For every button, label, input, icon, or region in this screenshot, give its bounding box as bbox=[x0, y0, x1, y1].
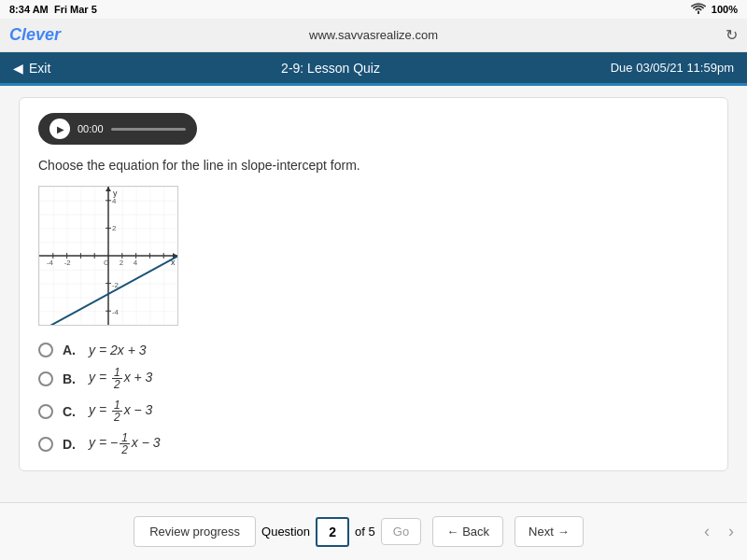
url-bar: www.savvasrealize.com bbox=[309, 28, 438, 42]
quiz-title: 2-9: Lesson Quiz bbox=[281, 61, 380, 76]
question-label: Question bbox=[261, 525, 310, 539]
chevron-right-icon[interactable]: › bbox=[728, 522, 734, 541]
choice-b[interactable]: B. y = 12x + 3 bbox=[38, 367, 709, 390]
choice-d-math: y = −12x − 3 bbox=[89, 432, 161, 455]
graph-container: y x -4 -2 O 2 4 4 2 -2 -4 bbox=[38, 186, 709, 329]
svg-text:4: 4 bbox=[112, 197, 117, 205]
play-button[interactable]: ▶ bbox=[49, 119, 70, 139]
bottom-center: Review progress Question of 5 Go ← Back … bbox=[134, 516, 584, 547]
browser-bar: Clever www.savvasrealize.com ↻ bbox=[0, 19, 747, 52]
svg-text:-2: -2 bbox=[64, 259, 71, 267]
back-button[interactable]: ← Back bbox=[432, 516, 503, 547]
question-card: ▶ 00:00 Choose the equation for the line… bbox=[19, 97, 728, 471]
radio-c[interactable] bbox=[38, 404, 53, 419]
choice-d[interactable]: D. y = −12x − 3 bbox=[38, 432, 709, 455]
audio-progress-bar bbox=[111, 128, 186, 131]
play-icon: ▶ bbox=[57, 124, 64, 134]
clever-logo: Clever bbox=[9, 25, 61, 45]
back-arrow-icon: ◀ bbox=[13, 61, 23, 76]
next-arrow-icon: → bbox=[557, 525, 570, 539]
question-text: Choose the equation for the line in slop… bbox=[38, 158, 709, 173]
battery-label: 100% bbox=[712, 4, 738, 15]
svg-text:O: O bbox=[104, 259, 109, 267]
refresh-button[interactable]: ↻ bbox=[726, 26, 738, 44]
choice-d-label: D. bbox=[63, 437, 76, 452]
review-progress-button[interactable]: Review progress bbox=[134, 516, 256, 547]
radio-d[interactable] bbox=[38, 437, 53, 452]
svg-text:-4: -4 bbox=[47, 259, 54, 267]
question-number-input[interactable] bbox=[316, 517, 349, 547]
radio-b[interactable] bbox=[38, 371, 53, 386]
coordinate-graph: y x -4 -2 O 2 4 4 2 -2 -4 bbox=[38, 186, 178, 326]
choice-c[interactable]: C. y = 12x − 3 bbox=[38, 399, 709, 423]
wifi-icon bbox=[691, 3, 706, 16]
svg-text:4: 4 bbox=[134, 259, 138, 267]
choice-a-label: A. bbox=[63, 343, 76, 357]
audio-time: 00:00 bbox=[78, 123, 104, 134]
nav-bar: ◀ Exit 2-9: Lesson Quiz Due 03/05/21 11:… bbox=[0, 52, 747, 86]
next-button[interactable]: Next → bbox=[514, 516, 584, 547]
go-button[interactable]: Go bbox=[381, 518, 421, 545]
svg-text:2: 2 bbox=[120, 259, 123, 267]
status-time: 8:34 AM Fri Mar 5 bbox=[9, 4, 97, 15]
choice-b-math: y = 12x + 3 bbox=[89, 367, 152, 390]
audio-player[interactable]: ▶ 00:00 bbox=[38, 113, 197, 145]
choice-c-math: y = 12x − 3 bbox=[89, 399, 152, 423]
answer-choices: A. y = 2x + 3 B. y = 12x + 3 C. y = 12x … bbox=[38, 343, 709, 455]
choice-a[interactable]: A. y = 2x + 3 bbox=[38, 343, 709, 357]
bottom-right: ‹ › bbox=[704, 522, 734, 541]
bottom-bar: Review progress Question of 5 Go ← Back … bbox=[0, 502, 747, 560]
choice-c-label: C. bbox=[63, 404, 76, 419]
choice-a-math: y = 2x + 3 bbox=[89, 343, 147, 357]
status-bar: 8:34 AM Fri Mar 5 100% bbox=[0, 0, 747, 19]
svg-text:-4: -4 bbox=[112, 308, 120, 316]
svg-text:-2: -2 bbox=[112, 281, 119, 289]
main-content: ▶ 00:00 Choose the equation for the line… bbox=[0, 86, 747, 502]
chevron-left-icon[interactable]: ‹ bbox=[704, 522, 710, 541]
radio-a[interactable] bbox=[38, 343, 53, 357]
svg-text:2: 2 bbox=[112, 224, 116, 232]
question-nav: Question of 5 bbox=[261, 517, 375, 547]
of-label: of 5 bbox=[355, 525, 375, 539]
exit-button[interactable]: ◀ Exit bbox=[13, 61, 50, 76]
choice-b-label: B. bbox=[63, 371, 76, 386]
back-arrow-icon: ← bbox=[446, 525, 458, 539]
due-date: Due 03/05/21 11:59pm bbox=[611, 61, 734, 75]
